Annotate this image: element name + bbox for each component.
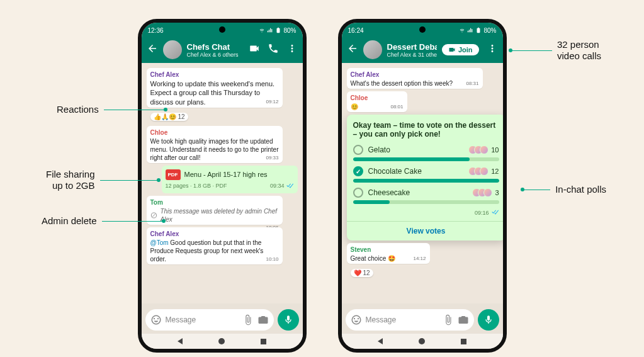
reaction-count: 12 [178, 113, 185, 120]
poll-option-label: Cheesecake [368, 188, 471, 197]
chat-header: Dessert Debate Chef Alex & 31 others Joi… [342, 37, 503, 63]
message-input[interactable]: Message [346, 309, 474, 331]
back-arrow-icon[interactable] [347, 43, 358, 57]
message-time: 14:12 [413, 256, 426, 262]
callout-video-calls: 32 person video calls [509, 39, 606, 62]
status-icons: 80% [459, 27, 496, 34]
chat-title: Chefs Chat [187, 42, 244, 52]
join-label: Join [458, 46, 473, 54]
mention[interactable]: @Tom [150, 239, 169, 246]
message-body: Great choice 🤩 [351, 255, 395, 262]
clock: 12:36 [148, 27, 164, 34]
poll-count: 12 [491, 167, 499, 175]
header-text[interactable]: Dessert Debate Chef Alex & 31 others [387, 42, 437, 58]
mic-button[interactable] [278, 309, 299, 331]
group-avatar[interactable] [163, 40, 182, 59]
message-bubble[interactable]: Chloe 😊 08:01 [347, 91, 407, 112]
message-bubble[interactable]: Tom This message was deleted by admin Ch… [147, 196, 283, 225]
voter-avatars [472, 167, 489, 176]
attach-icon[interactable] [443, 314, 454, 326]
reactions-bubble[interactable]: ❤️ 12 [351, 269, 373, 277]
android-nav-bar [342, 334, 503, 349]
camera-punch-hole [219, 26, 225, 33]
nav-back-icon[interactable] [178, 338, 183, 344]
message-time: 10:10 [266, 256, 278, 263]
pdf-badge-icon: PDF [166, 169, 181, 180]
message-bubble[interactable]: Chloe We took high quality images for th… [147, 126, 283, 163]
chat-subtitle: Chef Alex & 31 others [387, 52, 437, 58]
group-avatar[interactable] [363, 40, 382, 59]
chat-title: Dessert Debate [387, 42, 437, 52]
nav-home-icon[interactable] [419, 338, 425, 344]
message-bubble[interactable]: Chef Alex Working to update this weekend… [147, 68, 283, 108]
message-time: 09:33 [266, 155, 278, 161]
camera-punch-hole [419, 26, 426, 33]
clock: 16:24 [348, 27, 364, 34]
sender-name: Tom [150, 198, 279, 207]
file-name: Menu - April 15-17 high res [184, 171, 268, 178]
message-time: 08:01 [390, 104, 403, 110]
join-call-button[interactable]: Join [442, 44, 479, 55]
sender-name: Chef Alex [150, 230, 279, 238]
message-time: 09:16 [475, 210, 489, 216]
signal-icon [267, 27, 273, 33]
nav-recent-icon[interactable] [261, 339, 266, 344]
poll-option[interactable]: Cheesecake 3 [353, 188, 499, 204]
battery-icon [475, 27, 482, 33]
deleted-text: This message was deleted by admin Chef A… [160, 207, 278, 224]
poll-card[interactable]: Okay team – time to vote on the dessert … [347, 115, 503, 241]
emoji-icon[interactable] [150, 314, 162, 326]
header-text[interactable]: Chefs Chat Chef Alex & 6 others [187, 42, 244, 58]
voice-call-icon[interactable] [268, 43, 279, 57]
chat-scroll-area[interactable]: Chef Alex Working to update this weekend… [142, 63, 303, 303]
message-bubble[interactable]: Chef Alex What's the dessert option this… [347, 68, 483, 89]
poll-bar-fill [353, 200, 390, 204]
battery-pct: 80% [283, 27, 296, 34]
reaction-count: 12 [363, 269, 370, 276]
chat-scroll-area[interactable]: Chef Alex What's the dessert option this… [342, 63, 503, 303]
poll-count: 3 [495, 189, 499, 196]
wifi-icon [259, 27, 265, 33]
message-body: 😊 [351, 103, 358, 110]
sender-name: Steven [351, 246, 426, 254]
nav-back-icon[interactable] [378, 338, 383, 344]
file-meta: 12 pages · 1.8 GB · PDF [166, 183, 227, 190]
phone-dessert-debate: 16:24 80% Dessert Debate Chef Alex & 31 … [338, 19, 507, 353]
poll-option[interactable]: Chocolate Cake 12 [353, 166, 499, 183]
sender-name: Chloe [150, 128, 279, 137]
mic-button[interactable] [478, 309, 499, 331]
message-bubble[interactable]: Steven Great choice 🤩 14:12 [347, 243, 430, 264]
chat-subtitle: Chef Alex & 6 others [187, 52, 244, 58]
radio-unchecked-icon[interactable] [353, 145, 363, 155]
message-body: We took high quality images for the upda… [150, 138, 279, 161]
read-checks-icon [286, 183, 294, 190]
message-bubble[interactable]: Chef Alex @Tom Good question but put tha… [147, 227, 283, 264]
view-votes-button[interactable]: View votes [347, 221, 503, 241]
poll-count: 10 [491, 146, 499, 154]
radio-unchecked-icon[interactable] [353, 188, 363, 198]
message-input[interactable]: Message [145, 309, 274, 331]
read-checks-icon [492, 209, 499, 216]
more-menu-icon[interactable] [286, 43, 298, 57]
poll-option[interactable]: Gelato 10 [353, 145, 499, 161]
message-body: What's the dessert option this week? [351, 80, 453, 87]
poll-option-label: Gelato [368, 145, 467, 154]
nav-home-icon[interactable] [218, 338, 225, 344]
video-call-icon[interactable] [249, 43, 260, 57]
radio-checked-icon[interactable] [353, 166, 363, 176]
back-arrow-icon[interactable] [147, 43, 158, 57]
camera-icon[interactable] [458, 314, 469, 326]
poll-bar-fill [353, 179, 499, 183]
voter-avatars [475, 188, 492, 197]
camera-icon[interactable] [257, 314, 269, 326]
input-placeholder: Message [166, 315, 239, 324]
android-nav-bar [142, 334, 303, 349]
attach-icon[interactable] [242, 314, 254, 326]
emoji-icon[interactable] [351, 314, 362, 326]
nav-recent-icon[interactable] [461, 339, 466, 344]
status-icons: 80% [259, 27, 296, 34]
voter-avatars [472, 145, 489, 154]
file-attachment-card[interactable]: PDF Menu - April 15-17 high res 12 pages… [162, 166, 298, 193]
sender-name: Chef Alex [351, 71, 479, 79]
more-menu-icon[interactable] [487, 43, 498, 57]
